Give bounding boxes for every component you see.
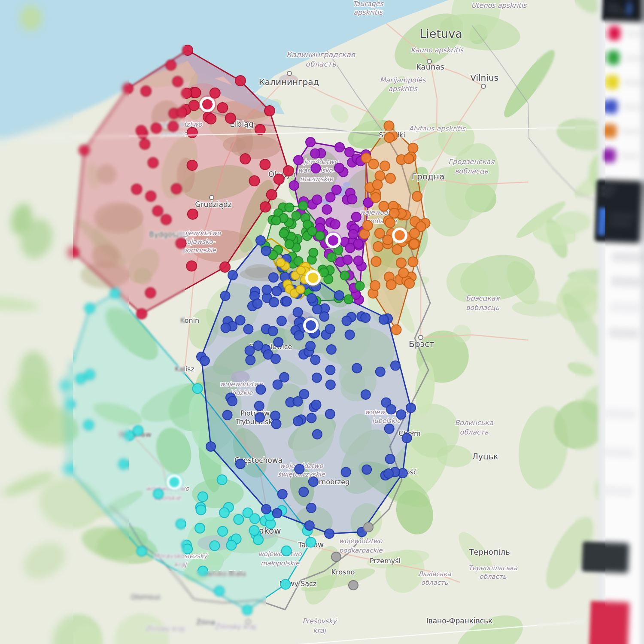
map-label: Tauragės <box>352 0 384 8</box>
legend-label-placeholder <box>621 128 641 136</box>
card-text-bar <box>610 221 631 226</box>
map-label: Zlínský kraj <box>145 625 185 633</box>
list-row[interactable] <box>611 276 641 288</box>
map-label: Moravskoslezský <box>153 552 208 560</box>
map-label: Брэст <box>409 339 434 349</box>
map-label: Kauno apskritis <box>411 46 464 54</box>
legend-item-4[interactable] <box>600 94 640 120</box>
centroid-purple[interactable] <box>327 234 340 247</box>
alert-red-block <box>589 601 629 644</box>
header-text-bar <box>607 9 626 13</box>
centroid-blue[interactable] <box>304 319 317 332</box>
map-label: województwo <box>177 229 221 237</box>
map-label: Prešovský <box>302 617 337 625</box>
centroid-orange[interactable] <box>393 229 406 242</box>
map-label: Калининград <box>259 77 319 87</box>
map-label: Alytaus apskritis <box>409 125 466 133</box>
list-row[interactable] <box>609 328 639 339</box>
map-label: Žilinský kraj <box>215 623 257 631</box>
map-label: Grudziądz <box>195 200 232 209</box>
legend-item-5[interactable] <box>599 118 639 144</box>
centroid-yellow[interactable] <box>307 271 319 284</box>
map-label: województwo <box>258 550 302 558</box>
map-label: kraj <box>313 626 327 635</box>
legend-item-3[interactable] <box>601 70 641 95</box>
legend-label-placeholder <box>625 30 644 38</box>
legend-label-placeholder <box>622 103 642 111</box>
map-label: województwo <box>156 120 203 128</box>
map-label: Тернопільська <box>468 564 518 572</box>
legend-swatch-cluster-green[interactable] <box>607 50 620 65</box>
legend-label-placeholder <box>623 79 643 87</box>
card-text-bar <box>601 192 612 196</box>
legend-swatch-cluster-yellow[interactable] <box>606 75 619 89</box>
map-label: pomorskie <box>182 246 217 254</box>
list-row[interactable] <box>612 252 642 263</box>
map-label: Bielsko-Biała <box>202 570 246 578</box>
map-label: область <box>459 428 489 436</box>
map-label: вобласць <box>466 304 500 312</box>
map-label: apskritis <box>388 85 418 93</box>
legend-swatch-cluster-red[interactable] <box>608 26 620 40</box>
centroid-red[interactable] <box>201 98 214 111</box>
map-label: Vilnius <box>470 73 498 83</box>
footer-card-header <box>582 541 629 573</box>
map-label: Przemyśl <box>370 557 401 565</box>
centroid-cyan[interactable] <box>168 476 181 489</box>
legend-card-header <box>602 0 644 22</box>
map-label: mazurskie <box>300 175 334 183</box>
legend-label-placeholder <box>620 152 640 160</box>
map-label: podkarpackie <box>339 547 383 554</box>
map-label: apskritis <box>353 8 383 16</box>
map-label: Львівська <box>418 570 451 578</box>
map-label: Olomouc <box>131 593 161 601</box>
map-label: Kalisz <box>175 365 194 373</box>
map-label: Гродна <box>412 171 444 182</box>
header-text-bar <box>607 3 620 7</box>
side-panel <box>605 0 644 644</box>
card-text-bar <box>601 186 616 190</box>
map-label: Тернопіль <box>468 547 510 556</box>
map-label: kujawsko- <box>183 238 216 246</box>
map-label: Žilina <box>196 618 215 626</box>
screen-bezel-edge <box>642 0 644 644</box>
card-text-bar <box>610 213 635 219</box>
map-label: вобласць <box>455 167 489 175</box>
map-label: Konin <box>180 316 199 325</box>
map-label: Калининградская <box>286 50 356 59</box>
legend-swatch-cluster-orange[interactable] <box>605 124 617 138</box>
list-row[interactable] <box>606 408 636 420</box>
map-label: małopolskie <box>261 559 300 567</box>
map-label: Utenos apskritis <box>471 1 527 9</box>
map-label: область <box>305 60 336 68</box>
selected-item-accent <box>598 208 605 236</box>
map-label: kraj <box>174 561 187 568</box>
legend-label-placeholder <box>624 55 644 62</box>
list-row[interactable] <box>603 486 633 497</box>
list-row[interactable] <box>610 302 640 313</box>
legend-item-1[interactable] <box>603 21 643 46</box>
list-row[interactable] <box>604 447 635 459</box>
map-label: Lietuva <box>419 27 462 40</box>
header-accent-icon <box>627 3 632 15</box>
legend-item-6[interactable] <box>598 143 638 169</box>
map-label: Івано-Франківськ <box>426 617 493 625</box>
map-label: область <box>421 579 448 586</box>
legend-item-2[interactable] <box>602 45 642 71</box>
map-label: Волинська <box>455 419 494 427</box>
map-label: lubelskie <box>372 417 401 425</box>
cluster-map[interactable]: TauragėsapskritisUtenos apskritisLietuva… <box>0 0 644 644</box>
map-label: Marijampolės <box>380 76 426 84</box>
cluster-legend <box>598 21 643 169</box>
map-label: область <box>479 573 506 580</box>
map-label: województwo <box>339 537 383 545</box>
legend-swatch-cluster-blue[interactable] <box>605 99 618 114</box>
app-screenshot: TauragėsapskritisUtenos apskritisLietuva… <box>0 0 644 644</box>
map-label: Луцьк <box>472 452 498 461</box>
map-label: Krosno <box>331 568 355 576</box>
details-card <box>594 179 642 243</box>
map-label: Брэсцкая <box>466 294 500 302</box>
map-label: Гродзенская <box>448 158 495 166</box>
legend-swatch-cluster-purple[interactable] <box>603 148 616 163</box>
